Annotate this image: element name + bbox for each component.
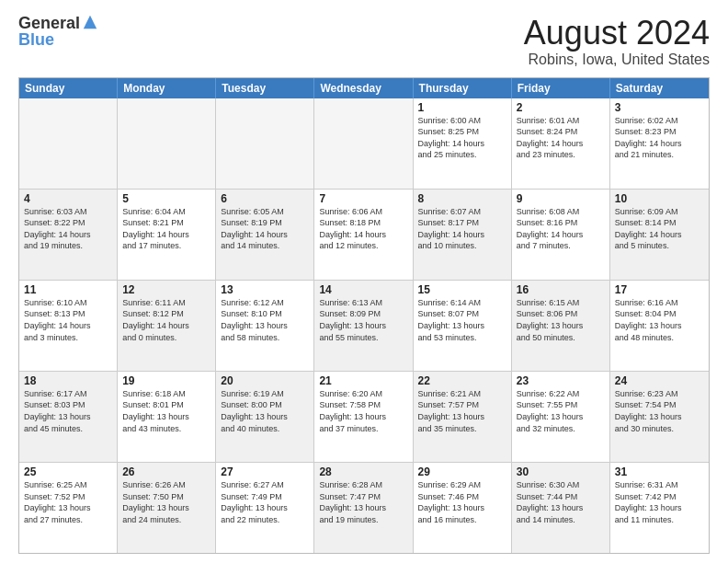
day-cell-15: 15Sunrise: 6:14 AM Sunset: 8:07 PM Dayli… xyxy=(414,281,512,371)
logo-text: General Blue xyxy=(18,15,98,48)
day-cell-13: 13Sunrise: 6:12 AM Sunset: 8:10 PM Dayli… xyxy=(216,281,314,371)
day-cell-29: 29Sunrise: 6:29 AM Sunset: 7:46 PM Dayli… xyxy=(414,463,512,553)
title-block: August 2024 Robins, Iowa, United States xyxy=(524,15,710,68)
day-cell-22: 22Sunrise: 6:21 AM Sunset: 7:57 PM Dayli… xyxy=(414,372,512,462)
day-number: 18 xyxy=(24,374,112,387)
day-number: 10 xyxy=(615,192,704,205)
empty-cell-0-3 xyxy=(314,98,413,189)
calendar-container: SundayMondayTuesdayWednesdayThursdayFrid… xyxy=(18,77,710,554)
day-info: Sunrise: 6:28 AM Sunset: 7:47 PM Dayligh… xyxy=(319,479,407,525)
day-cell-31: 31Sunrise: 6:31 AM Sunset: 7:42 PM Dayli… xyxy=(610,463,709,553)
day-number: 14 xyxy=(319,283,407,296)
day-info: Sunrise: 6:25 AM Sunset: 7:52 PM Dayligh… xyxy=(24,479,112,525)
day-number: 4 xyxy=(24,192,112,205)
calendar-row-0: 1Sunrise: 6:00 AM Sunset: 8:25 PM Daylig… xyxy=(19,98,709,190)
day-info: Sunrise: 6:29 AM Sunset: 7:46 PM Dayligh… xyxy=(418,479,506,525)
day-number: 21 xyxy=(319,374,407,387)
day-info: Sunrise: 6:22 AM Sunset: 7:55 PM Dayligh… xyxy=(517,388,605,434)
day-cell-7: 7Sunrise: 6:06 AM Sunset: 8:18 PM Daylig… xyxy=(314,190,413,280)
day-cell-26: 26Sunrise: 6:26 AM Sunset: 7:50 PM Dayli… xyxy=(118,463,216,553)
day-number: 8 xyxy=(418,192,506,205)
day-number: 31 xyxy=(615,465,704,478)
day-cell-24: 24Sunrise: 6:23 AM Sunset: 7:54 PM Dayli… xyxy=(610,372,709,462)
day-info: Sunrise: 6:19 AM Sunset: 8:00 PM Dayligh… xyxy=(221,388,309,434)
day-number: 15 xyxy=(418,283,506,296)
day-cell-9: 9Sunrise: 6:08 AM Sunset: 8:16 PM Daylig… xyxy=(512,190,610,280)
day-number: 6 xyxy=(221,192,309,205)
day-info: Sunrise: 6:17 AM Sunset: 8:03 PM Dayligh… xyxy=(24,388,112,434)
day-number: 30 xyxy=(517,465,605,478)
day-cell-19: 19Sunrise: 6:18 AM Sunset: 8:01 PM Dayli… xyxy=(118,372,216,462)
day-info: Sunrise: 6:15 AM Sunset: 8:06 PM Dayligh… xyxy=(517,297,605,343)
location: Robins, Iowa, United States xyxy=(524,52,710,68)
day-info: Sunrise: 6:01 AM Sunset: 8:24 PM Dayligh… xyxy=(517,115,605,161)
day-cell-21: 21Sunrise: 6:20 AM Sunset: 7:58 PM Dayli… xyxy=(314,372,413,462)
logo-general: General xyxy=(18,15,80,31)
day-number: 17 xyxy=(615,283,704,296)
day-info: Sunrise: 6:27 AM Sunset: 7:49 PM Dayligh… xyxy=(221,479,309,525)
day-number: 24 xyxy=(615,374,704,387)
day-number: 20 xyxy=(221,374,309,387)
day-info: Sunrise: 6:30 AM Sunset: 7:44 PM Dayligh… xyxy=(517,479,605,525)
day-cell-6: 6Sunrise: 6:05 AM Sunset: 8:19 PM Daylig… xyxy=(216,190,314,280)
day-info: Sunrise: 6:04 AM Sunset: 8:21 PM Dayligh… xyxy=(122,206,210,252)
day-number: 27 xyxy=(221,465,309,478)
day-cell-2: 2Sunrise: 6:01 AM Sunset: 8:24 PM Daylig… xyxy=(512,98,610,189)
day-info: Sunrise: 6:11 AM Sunset: 8:12 PM Dayligh… xyxy=(122,297,210,343)
day-info: Sunrise: 6:26 AM Sunset: 7:50 PM Dayligh… xyxy=(122,479,210,525)
day-cell-27: 27Sunrise: 6:27 AM Sunset: 7:49 PM Dayli… xyxy=(216,463,314,553)
day-info: Sunrise: 6:14 AM Sunset: 8:07 PM Dayligh… xyxy=(418,297,506,343)
day-number: 25 xyxy=(24,465,112,478)
day-cell-11: 11Sunrise: 6:10 AM Sunset: 8:13 PM Dayli… xyxy=(19,281,118,371)
day-info: Sunrise: 6:03 AM Sunset: 8:22 PM Dayligh… xyxy=(24,206,112,252)
day-cell-3: 3Sunrise: 6:02 AM Sunset: 8:23 PM Daylig… xyxy=(610,98,709,189)
day-number: 29 xyxy=(418,465,506,478)
day-info: Sunrise: 6:09 AM Sunset: 8:14 PM Dayligh… xyxy=(615,206,704,252)
header: General Blue August 2024 Robins, Iowa, U… xyxy=(18,15,710,68)
day-info: Sunrise: 6:06 AM Sunset: 8:18 PM Dayligh… xyxy=(319,206,407,252)
day-cell-16: 16Sunrise: 6:15 AM Sunset: 8:06 PM Dayli… xyxy=(512,281,610,371)
logo-blue: Blue xyxy=(18,31,98,48)
day-cell-28: 28Sunrise: 6:28 AM Sunset: 7:47 PM Dayli… xyxy=(314,463,413,553)
day-cell-8: 8Sunrise: 6:07 AM Sunset: 8:17 PM Daylig… xyxy=(414,190,512,280)
day-number: 3 xyxy=(615,101,704,114)
month-title: August 2024 xyxy=(524,15,710,52)
day-cell-14: 14Sunrise: 6:13 AM Sunset: 8:09 PM Dayli… xyxy=(314,281,413,371)
logo-icon xyxy=(82,14,98,30)
calendar-header: SundayMondayTuesdayWednesdayThursdayFrid… xyxy=(19,78,709,98)
day-number: 16 xyxy=(517,283,605,296)
day-number: 26 xyxy=(122,465,210,478)
header-day-tuesday: Tuesday xyxy=(216,78,314,98)
calendar-row-2: 11Sunrise: 6:10 AM Sunset: 8:13 PM Dayli… xyxy=(19,281,709,372)
day-number: 12 xyxy=(122,283,210,296)
day-number: 23 xyxy=(517,374,605,387)
day-number: 13 xyxy=(221,283,309,296)
day-cell-30: 30Sunrise: 6:30 AM Sunset: 7:44 PM Dayli… xyxy=(512,463,610,553)
day-cell-5: 5Sunrise: 6:04 AM Sunset: 8:21 PM Daylig… xyxy=(118,190,216,280)
calendar-row-4: 25Sunrise: 6:25 AM Sunset: 7:52 PM Dayli… xyxy=(19,463,709,553)
day-number: 28 xyxy=(319,465,407,478)
logo: General Blue xyxy=(18,15,98,48)
empty-cell-0-2 xyxy=(216,98,314,189)
header-day-friday: Friday xyxy=(512,78,610,98)
calendar-row-1: 4Sunrise: 6:03 AM Sunset: 8:22 PM Daylig… xyxy=(19,190,709,281)
header-day-monday: Monday xyxy=(118,78,216,98)
day-cell-23: 23Sunrise: 6:22 AM Sunset: 7:55 PM Dayli… xyxy=(512,372,610,462)
day-info: Sunrise: 6:10 AM Sunset: 8:13 PM Dayligh… xyxy=(24,297,112,343)
day-info: Sunrise: 6:13 AM Sunset: 8:09 PM Dayligh… xyxy=(319,297,407,343)
day-number: 7 xyxy=(319,192,407,205)
day-info: Sunrise: 6:16 AM Sunset: 8:04 PM Dayligh… xyxy=(615,297,704,343)
day-number: 11 xyxy=(24,283,112,296)
header-day-saturday: Saturday xyxy=(610,78,709,98)
day-cell-10: 10Sunrise: 6:09 AM Sunset: 8:14 PM Dayli… xyxy=(610,190,709,280)
day-cell-17: 17Sunrise: 6:16 AM Sunset: 8:04 PM Dayli… xyxy=(610,281,709,371)
day-cell-4: 4Sunrise: 6:03 AM Sunset: 8:22 PM Daylig… xyxy=(19,190,118,280)
day-cell-18: 18Sunrise: 6:17 AM Sunset: 8:03 PM Dayli… xyxy=(19,372,118,462)
day-info: Sunrise: 6:00 AM Sunset: 8:25 PM Dayligh… xyxy=(418,115,506,161)
day-number: 9 xyxy=(517,192,605,205)
day-number: 1 xyxy=(418,101,506,114)
day-info: Sunrise: 6:05 AM Sunset: 8:19 PM Dayligh… xyxy=(221,206,309,252)
day-info: Sunrise: 6:08 AM Sunset: 8:16 PM Dayligh… xyxy=(517,206,605,252)
day-number: 22 xyxy=(418,374,506,387)
empty-cell-0-0 xyxy=(19,98,118,189)
